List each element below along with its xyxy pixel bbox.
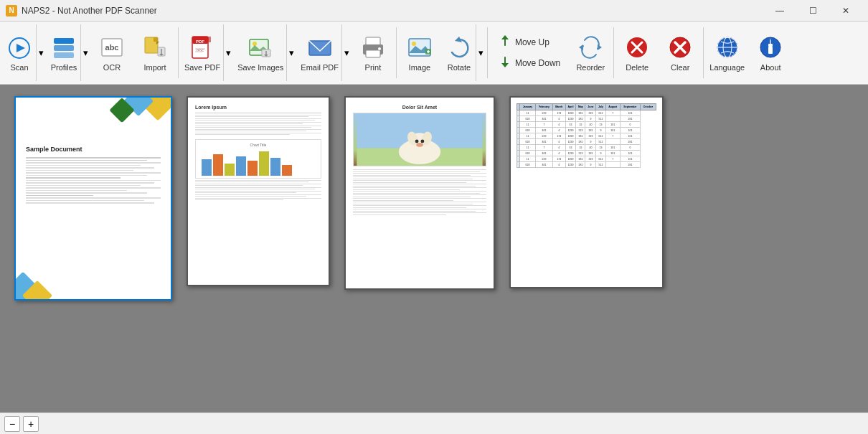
svg-rect-18 [195, 48, 205, 49]
svg-rect-3 [54, 45, 74, 51]
page-thumb-4[interactable]: January February March April May June Ju… [509, 96, 664, 288]
import-label: Import [143, 63, 166, 72]
svg-rect-29 [366, 50, 380, 57]
save-pdf-dropdown-button[interactable]: ▾ [223, 24, 233, 81]
save-pdf-icon: PDF PDF [189, 34, 216, 62]
move-up-icon [498, 34, 512, 52]
save-images-button-group: Save Images ▾ [233, 24, 296, 81]
page3-title: Dolor Sit Amet [353, 105, 486, 110]
maximize-button[interactable]: ☐ [796, 0, 829, 22]
page-thumb-3[interactable]: Dolor Sit Amet [344, 96, 495, 290]
move-group: Move Up Move Down [489, 24, 569, 81]
svg-marker-1 [16, 44, 25, 52]
move-down-icon [498, 55, 512, 72]
svg-point-32 [412, 42, 416, 46]
svg-marker-39 [501, 35, 509, 39]
save-pdf-label: Save PDF [184, 63, 220, 72]
save-pdf-button-group: PDF PDF Save PDF ▾ [180, 24, 233, 81]
delete-icon [623, 33, 651, 62]
window-title: NAPS2 - Not Another PDF Scanner [22, 6, 763, 16]
save-pdf-button[interactable]: PDF PDF Save PDF [180, 24, 223, 81]
profiles-button-group: Profiles ▾ [46, 24, 90, 81]
move-down-label: Move Down [515, 58, 560, 68]
image-label: Image [409, 63, 431, 72]
window-controls: — ☐ ✕ [763, 0, 862, 22]
email-pdf-label: Email PDF [301, 63, 339, 72]
svg-marker-41 [501, 63, 509, 67]
profiles-dropdown-button[interactable]: ▾ [80, 24, 90, 81]
delete-button[interactable]: Delete [615, 24, 659, 81]
sep2 [396, 27, 397, 78]
page2-chart: Chart Title [195, 139, 321, 179]
scan-label: Scan [10, 63, 28, 72]
svg-rect-8 [154, 37, 158, 42]
page1-bottom-decoration [16, 256, 66, 299]
scan-icon [6, 34, 33, 62]
rotate-label: Rotate [448, 63, 471, 72]
page-thumb-2[interactable]: Lorem Ipsum Chart Title [187, 96, 330, 286]
import-icon [141, 33, 169, 62]
page1-diamonds-decoration [106, 98, 171, 155]
profiles-label: Profiles [51, 63, 77, 72]
language-button[interactable]: Language [705, 24, 749, 81]
sep1 [178, 27, 179, 78]
print-button[interactable]: Print [352, 24, 395, 81]
reorder-label: Reorder [576, 63, 605, 72]
language-label: Language [709, 63, 745, 72]
delete-label: Delete [626, 63, 648, 72]
rotate-icon [445, 34, 473, 62]
svg-rect-56 [768, 47, 773, 54]
import-button[interactable]: Import [133, 24, 176, 81]
svg-rect-57 [768, 44, 773, 47]
email-pdf-dropdown-button[interactable]: ▾ [341, 24, 352, 81]
print-icon [359, 33, 387, 62]
rotate-dropdown-button[interactable]: ▾ [476, 24, 486, 81]
zoom-out-button[interactable]: − [4, 416, 20, 432]
zoom-in-button[interactable]: + [23, 416, 39, 432]
page-thumb-1[interactable]: Sample Document [14, 96, 172, 301]
ocr-label: OCR [103, 63, 121, 72]
save-images-icon [247, 34, 274, 62]
ocr-icon: abc [98, 33, 126, 62]
reorder-button[interactable]: Reorder [569, 24, 612, 81]
about-icon: i [756, 33, 785, 62]
toolbar: Scan ▾ Profiles ▾ abc OCR [0, 22, 868, 85]
svg-text:PDF: PDF [196, 39, 204, 44]
content-area: Sample Document [0, 85, 868, 412]
move-up-label: Move Up [515, 37, 549, 47]
profiles-button[interactable]: Profiles [46, 24, 80, 81]
svg-text:abc: abc [105, 43, 119, 52]
email-pdf-icon [306, 34, 334, 62]
about-button[interactable]: i About [749, 24, 792, 81]
svg-point-30 [378, 47, 381, 50]
image-button[interactable]: Image [398, 24, 441, 81]
email-pdf-button[interactable]: Email PDF [296, 24, 341, 81]
svg-rect-2 [54, 38, 74, 44]
close-button[interactable]: ✕ [829, 0, 862, 22]
save-images-dropdown-button[interactable]: ▾ [286, 24, 296, 81]
svg-rect-16 [205, 37, 211, 42]
scan-dropdown-button[interactable]: ▾ [36, 24, 46, 81]
profiles-icon [50, 34, 77, 62]
title-bar: N NAPS2 - Not Another PDF Scanner — ☐ ✕ [0, 0, 868, 22]
save-images-button[interactable]: Save Images [233, 24, 286, 81]
minimize-button[interactable]: — [763, 0, 796, 22]
email-pdf-button-group: Email PDF ▾ [296, 24, 352, 81]
rotate-button[interactable]: Rotate [441, 24, 476, 81]
about-label: About [760, 63, 781, 72]
move-up-button[interactable]: Move Up [494, 32, 565, 53]
page2-title: Lorem Ipsum [195, 105, 321, 110]
image-icon [405, 33, 434, 62]
print-label: Print [365, 63, 382, 72]
ocr-button[interactable]: abc OCR [90, 24, 133, 81]
move-down-button[interactable]: Move Down [494, 53, 565, 74]
scan-button-group: Scan ▾ [1, 24, 46, 81]
svg-marker-43 [579, 44, 583, 50]
scan-button[interactable]: Scan [1, 24, 36, 81]
svg-rect-26 [309, 41, 331, 55]
svg-point-70 [420, 140, 424, 143]
page4-table: January February March April May June Ju… [516, 103, 656, 168]
clear-button[interactable]: Clear [659, 24, 702, 81]
svg-point-71 [416, 143, 423, 147]
reorder-icon [576, 33, 605, 62]
